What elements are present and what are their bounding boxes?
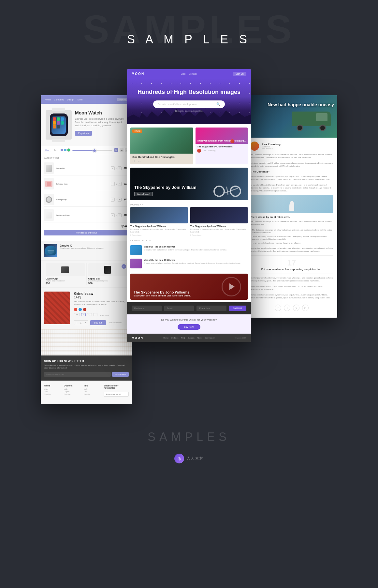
watch-small-icon [46,196,52,203]
mid-footer-link-updates[interactable]: Updates [171,337,178,339]
author-avatar-sm [197,149,201,153]
cart-item-3-qty: - 1 + [111,198,122,202]
footer-link[interactable]: Grapho [44,393,61,395]
right-author-row: Alex Eisenberg Customer555-285-555 [250,142,333,151]
qty-plus-1[interactable]: + [118,166,122,170]
left-nav-home[interactable]: Home [45,98,51,101]
left-nav-design[interactable]: Design [67,98,74,101]
mid-footer-link-home[interactable]: Home [163,337,168,339]
wishlist-button[interactable]: Add to wishlist [108,320,123,325]
size-chart-link[interactable]: Size chart [100,315,109,317]
watch-play-btn[interactable]: Play video [75,131,92,136]
filter-tab-sort[interactable]: Sort [52,148,59,152]
watch-app-4 [53,121,56,125]
filter-grid-icon[interactable]: ⊞ [114,148,118,152]
footer-link[interactable]: Link [84,391,100,393]
left-nav: Home Company Design More Sign Up [41,95,132,104]
newsletter-email[interactable]: Email [164,306,194,311]
filter-list-icon[interactable]: ☰ [120,148,124,152]
footer-link[interactable]: Link [64,388,80,390]
right-article-body-3: Claritas est etiam processus dynamicus, … [250,175,333,181]
newsletter-firstname[interactable]: Firstname [132,306,162,311]
filter-view-icons: ⊞ ☰ ✓ [114,148,129,152]
right-article-body-1: The Coinbase exchange will allow individ… [250,153,333,159]
mid-nav-blog[interactable]: Blog [181,73,185,75]
social-linkedin[interactable]: in [302,305,309,311]
mid-footer-link-about[interactable]: About [197,337,202,339]
mid-search-text: Search beautiful free stock photos... [158,103,199,106]
watch-app-3 [61,117,64,121]
checkout-button[interactable]: Proceed to checkout [44,230,129,235]
qty-stepper[interactable]: - 1 + [74,320,88,325]
social-youtube[interactable]: y [293,305,299,311]
left-nav-more[interactable]: More [77,98,82,101]
qty-minus-2[interactable]: - [111,182,115,186]
newsletter-promotion[interactable]: Promotion [196,306,226,311]
latest-post-1-thumb [130,245,142,255]
mid-hero-search[interactable]: Search beautiful free stock photos... 🔍 [153,100,225,108]
footer-newsletter-input[interactable] [104,392,129,397]
qty-val-2: 1 [116,183,117,185]
grindlesaw-info: Grindlesaw 141$ The standard chunk of Lo… [74,292,129,325]
social-twitter[interactable]: t [284,305,290,311]
footer-link[interactable]: Link [44,388,61,390]
cta-button[interactable]: Buy Now! [178,324,200,330]
mid-footer-link-community[interactable]: Community [205,337,214,339]
footer-link[interactable]: Grapho [84,393,100,395]
mid-large-feature: The Skypshere by Jono Williams Exceptur … [130,274,248,300]
product-card-2-price: $28 [88,282,127,285]
size-l[interactable]: L [93,313,97,316]
qty-minus-4[interactable]: - [111,213,115,217]
cart-item-4-img [44,209,54,221]
footer-link[interactable]: Link [84,388,100,390]
newsletter-submit[interactable]: SUBSCRIBE [112,372,129,377]
newsletter-signup-btn[interactable]: SIGN UP [229,306,246,311]
footer-link[interactable]: Grapho [64,393,80,395]
qty-minus-1[interactable]: - [111,166,115,170]
qty-decrease[interactable]: - [74,321,79,325]
sample-left-ecommerce: Home Company Design More Sign Up [41,95,132,404]
filter-tab-size[interactable]: Size [44,148,51,152]
van-wheel-front [319,125,326,131]
qty-plus-4[interactable]: + [118,213,122,217]
filter-price-slider[interactable] [72,150,112,151]
watermark-logo: ◎ 人人素材 [174,454,204,463]
grindlesaw-name: Grindlesaw [74,292,129,295]
mid-featured-side: Must you with him from him her were more… [196,128,248,164]
bike-wheel-front [230,186,241,197]
mid-nav-signup[interactable]: Sign Up [233,72,246,76]
popular-card-2-img [190,207,248,223]
buy-button[interactable]: Buy out [90,320,106,325]
swatch-red[interactable] [74,308,77,311]
bike-frame-2 [226,187,228,195]
swatch-dark-red[interactable] [83,308,86,311]
size-s[interactable]: S [81,313,86,316]
swatch-blue[interactable] [79,308,82,311]
mid-footer-link-support[interactable]: Support [188,337,195,339]
newsletter-input[interactable] [44,372,111,377]
mid-footer-link-faq[interactable]: FAQ [181,337,185,339]
watch-photo-btn[interactable]: Watch Photos! [134,192,153,196]
mid-featured-large-content: The Skypshere by Joni William Watch Phot… [134,185,196,197]
qty-minus-3[interactable]: - [111,198,115,202]
footer-title: SAMPLES [0,430,378,444]
mid-featured-large-title: The Skypshere by Joni William [134,185,196,190]
left-nav-signup[interactable]: Sign Up [117,98,128,101]
footer-link[interactable]: Digital [64,391,80,393]
social-facebook[interactable]: f [275,305,281,311]
size-xs[interactable]: XS [74,313,80,316]
mid-latest-section: latest posts Moon UI - the best UI kit e… [127,239,251,274]
qty-plus-3[interactable]: + [118,198,122,202]
footer-link[interactable]: Link [44,391,61,393]
latest-post-2-desc: Aneque sint nulla labore soluta. Delenit… [144,262,248,265]
newsletter-title: SIGN UP FOR NEWSLETTER [44,359,129,363]
footer-col-2-heading: Options [64,384,80,387]
feature-circle [222,277,241,296]
mid-nav-contact[interactable]: Contact [189,73,196,75]
size-m[interactable]: M [87,313,92,316]
left-nav-company[interactable]: Company [54,98,64,101]
helmet-icon [45,246,56,255]
qty-plus-2[interactable]: + [118,182,122,186]
play-icon[interactable] [229,283,235,290]
qty-increase[interactable]: + [83,321,88,325]
